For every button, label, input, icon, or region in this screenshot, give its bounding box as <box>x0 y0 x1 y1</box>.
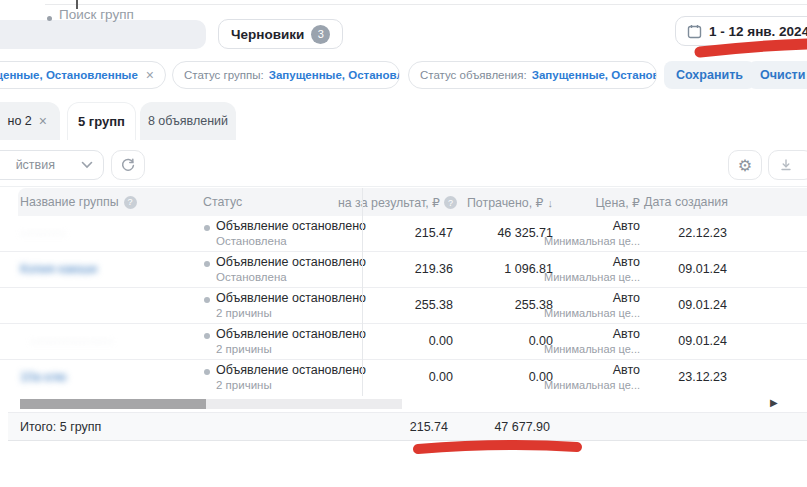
gear-icon: ⚙ <box>738 156 752 175</box>
group-name-link[interactable]: Копия каюши <box>20 262 97 276</box>
price-value: Авто <box>520 255 640 269</box>
price-subtext: Минимальная це... <box>520 235 640 247</box>
top-divider <box>45 4 807 5</box>
chip-label: Статус объявления: <box>420 69 527 81</box>
group-name-link[interactable]: ···················· <box>30 334 113 348</box>
created-date: 09.01.24 <box>627 262 727 276</box>
price-value: Авто <box>520 219 640 233</box>
status-subtext: Остановлена <box>216 235 287 247</box>
chip-label: Статус группы: <box>184 69 264 81</box>
tab-selected-items[interactable]: но 2 × <box>0 102 60 140</box>
status-dot-icon <box>204 333 210 339</box>
red-marker-totals-annotation <box>410 439 585 459</box>
created-date: 22.12.23 <box>627 226 727 240</box>
table-settings-button[interactable]: ⚙ <box>728 150 762 180</box>
status-subtext: 2 причины <box>216 343 272 355</box>
search-input[interactable] <box>0 20 206 49</box>
download-icon <box>779 158 793 172</box>
totals-label: Итого: 5 групп <box>20 420 101 434</box>
filter-chip-status[interactable]: пущенные, Остановленные × <box>0 61 166 89</box>
column-label: Название группы <box>20 195 119 209</box>
actions-dropdown[interactable]: йствия <box>0 150 104 180</box>
actions-label: йствия <box>16 158 55 172</box>
created-date: 09.01.24 <box>627 298 727 312</box>
table-row[interactable]: Копия каюши Объявление остановлено Остан… <box>0 252 807 288</box>
price-subtext: Минимальная це... <box>520 379 640 391</box>
column-header-status[interactable]: Статус <box>203 195 242 209</box>
status-dot-icon <box>204 261 210 267</box>
total-spent: 47 677.90 <box>430 420 550 434</box>
chip-value: Запущенные, Остановленные <box>269 69 400 81</box>
drafts-button[interactable]: Черновики 3 <box>218 19 343 49</box>
date-range-value: 1 - 12 янв. 2024 <box>709 24 807 39</box>
horizontal-scrollbar[interactable] <box>20 399 402 409</box>
filter-chip-ad-status[interactable]: Статус объявления: Запущенные, Остановле… <box>408 61 657 89</box>
chip-value: Запущенные, Остановленные <box>532 69 657 81</box>
table-row[interactable]: ··········· Объявление остановлено Остан… <box>0 216 807 252</box>
column-label: Дата создания <box>644 195 728 209</box>
clear-filters-button[interactable]: Очисти <box>748 61 807 89</box>
column-label: на за результат, ₽ <box>338 195 440 210</box>
refresh-button[interactable] <box>111 150 145 180</box>
table-row[interactable]: ···················· Объявление остановл… <box>0 324 807 360</box>
price-subtext: Минимальная це... <box>520 343 640 355</box>
column-label: Потрачено, ₽ <box>467 195 544 210</box>
chip-value: пущенные, Остановленные <box>0 69 138 81</box>
chip-close-icon[interactable]: × <box>146 67 154 83</box>
column-header-name[interactable]: Название группы ? <box>20 195 137 209</box>
table-row[interactable]: 10а клю Объявление остановлено 2 причины… <box>0 360 807 396</box>
filter-chip-group-status[interactable]: Статус группы: Запущенные, Остановленные… <box>172 61 400 89</box>
status-subtext: 2 причины <box>216 307 272 319</box>
created-date: 23.12.23 <box>627 370 727 384</box>
ads-manager-screen: Поиск групп Черновики 3 1 - 12 янв. 2024… <box>0 0 807 487</box>
tab-groups[interactable]: 5 групп <box>67 102 136 140</box>
price-subtext: Минимальная це... <box>520 271 640 283</box>
scrollbar-thumb[interactable] <box>20 399 206 409</box>
tab-close-icon[interactable]: × <box>39 113 47 129</box>
scroll-right-icon[interactable]: ▶ <box>770 397 778 408</box>
search-placeholder: Поиск групп <box>59 7 134 22</box>
tab-ads[interactable]: 8 объявлений <box>140 102 236 140</box>
toolbar-divider <box>0 186 807 187</box>
price-value: Авто <box>520 291 640 305</box>
calendar-icon <box>687 24 702 39</box>
sort-desc-icon[interactable]: ↓ <box>548 197 554 209</box>
column-header-spent[interactable]: Потрачено, ₽ ↓ <box>430 195 553 210</box>
status-subtext: 2 причины <box>216 379 272 391</box>
refresh-icon <box>120 157 136 173</box>
price-subtext: Минимальная це... <box>520 307 640 319</box>
status-dot-icon <box>204 225 210 231</box>
date-range-picker[interactable]: 1 - 12 янв. 2024 <box>675 16 807 46</box>
status-subtext: Остановлена <box>216 271 287 283</box>
drafts-label: Черновики <box>231 27 304 42</box>
save-filters-button[interactable]: Сохранить <box>664 61 755 89</box>
group-name-link[interactable]: ··········· <box>20 226 66 240</box>
export-button[interactable] <box>768 150 807 180</box>
frozen-column-divider <box>362 188 363 396</box>
group-name-link[interactable]: 10а клю <box>20 370 67 384</box>
drafts-count-badge: 3 <box>311 25 330 44</box>
created-date: 09.01.24 <box>627 334 727 348</box>
table-row[interactable]: Объявление остановлено 2 причины 255.38 … <box>0 288 807 324</box>
search-icon <box>47 16 52 21</box>
tab-label: но 2 <box>8 114 32 128</box>
status-dot-icon <box>204 369 210 375</box>
price-value: Авто <box>520 363 640 377</box>
price-value: Авто <box>520 327 640 341</box>
chevron-down-icon <box>81 161 93 169</box>
column-header-created[interactable]: Дата создания <box>628 195 728 209</box>
status-dot-icon <box>204 297 210 303</box>
help-icon[interactable]: ? <box>124 196 137 209</box>
